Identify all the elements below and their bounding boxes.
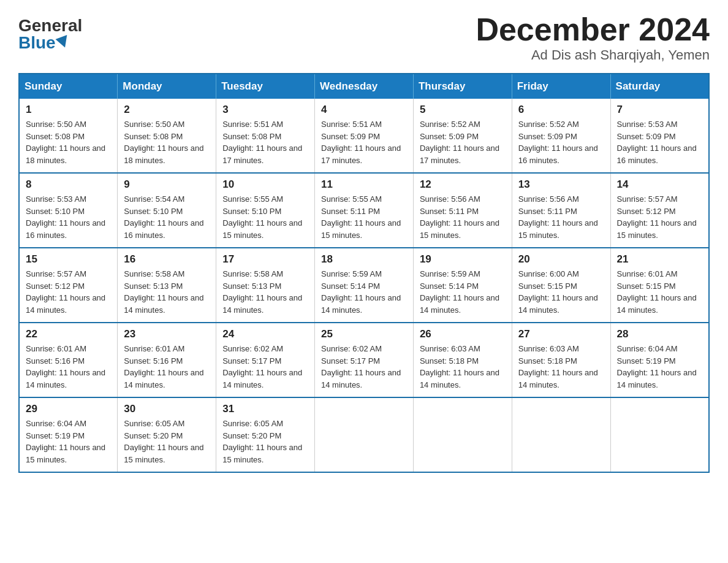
day-number: 25	[321, 328, 407, 340]
calendar-day-cell: 27 Sunrise: 6:03 AM Sunset: 5:18 PM Dayl…	[512, 323, 610, 397]
sunrise-label: Sunrise: 6:05 AM	[124, 419, 184, 428]
day-number: 13	[518, 178, 604, 191]
day-number: 11	[321, 178, 407, 191]
sunset-label: Sunset: 5:08 PM	[124, 132, 183, 141]
day-info: Sunrise: 5:56 AM Sunset: 5:11 PM Dayligh…	[420, 193, 506, 241]
calendar-day-cell: 30 Sunrise: 6:05 AM Sunset: 5:20 PM Dayl…	[118, 397, 216, 472]
sunset-label: Sunset: 5:16 PM	[124, 356, 183, 366]
col-header-sunday: Sunday	[19, 74, 118, 99]
daylight-label: Daylight: 11 hours and 14 minutes.	[321, 368, 401, 389]
day-info: Sunrise: 6:03 AM Sunset: 5:18 PM Dayligh…	[420, 343, 506, 391]
calendar-week-row: 1 Sunrise: 5:50 AM Sunset: 5:08 PM Dayli…	[19, 99, 709, 173]
day-info: Sunrise: 6:05 AM Sunset: 5:20 PM Dayligh…	[124, 418, 210, 465]
calendar-day-cell: 3 Sunrise: 5:51 AM Sunset: 5:08 PM Dayli…	[216, 99, 315, 173]
daylight-label: Daylight: 11 hours and 14 minutes.	[124, 368, 203, 389]
daylight-label: Daylight: 11 hours and 15 minutes.	[222, 443, 302, 464]
calendar-day-cell: 14 Sunrise: 5:57 AM Sunset: 5:12 PM Dayl…	[610, 173, 709, 248]
daylight-label: Daylight: 11 hours and 16 minutes.	[26, 218, 105, 240]
calendar-day-cell: 20 Sunrise: 6:00 AM Sunset: 5:15 PM Dayl…	[512, 248, 610, 323]
sunset-label: Sunset: 5:13 PM	[124, 282, 183, 291]
day-info: Sunrise: 5:57 AM Sunset: 5:12 PM Dayligh…	[617, 193, 702, 241]
day-number: 18	[321, 253, 407, 266]
day-info: Sunrise: 6:00 AM Sunset: 5:15 PM Dayligh…	[518, 268, 604, 316]
day-number: 28	[617, 328, 702, 340]
daylight-label: Daylight: 11 hours and 14 minutes.	[617, 293, 697, 315]
calendar-day-cell: 24 Sunrise: 6:02 AM Sunset: 5:17 PM Dayl…	[216, 323, 315, 397]
calendar-day-cell: 21 Sunrise: 6:01 AM Sunset: 5:15 PM Dayl…	[610, 248, 709, 323]
calendar-day-cell: 9 Sunrise: 5:54 AM Sunset: 5:10 PM Dayli…	[118, 173, 216, 248]
sunrise-label: Sunrise: 5:55 AM	[222, 194, 283, 204]
calendar-table: Sunday Monday Tuesday Wednesday Thursday…	[18, 73, 710, 473]
daylight-label: Daylight: 11 hours and 15 minutes.	[420, 218, 499, 240]
day-info: Sunrise: 6:01 AM Sunset: 5:16 PM Dayligh…	[124, 343, 210, 391]
sunset-label: Sunset: 5:08 PM	[26, 132, 85, 141]
sunrise-label: Sunrise: 5:50 AM	[124, 120, 184, 129]
day-info: Sunrise: 5:53 AM Sunset: 5:09 PM Dayligh…	[617, 118, 702, 166]
calendar-day-cell: 15 Sunrise: 5:57 AM Sunset: 5:12 PM Dayl…	[19, 248, 118, 323]
sunrise-label: Sunrise: 5:53 AM	[617, 120, 678, 129]
sunrise-label: Sunrise: 5:51 AM	[222, 120, 283, 129]
sunrise-label: Sunrise: 6:01 AM	[124, 344, 184, 353]
sunrise-label: Sunrise: 6:02 AM	[222, 344, 283, 353]
col-header-tuesday: Tuesday	[216, 74, 315, 99]
sunrise-label: Sunrise: 6:04 AM	[617, 344, 678, 353]
day-number: 2	[124, 104, 210, 116]
sunset-label: Sunset: 5:09 PM	[518, 132, 577, 141]
day-info: Sunrise: 5:51 AM Sunset: 5:08 PM Dayligh…	[222, 118, 308, 166]
calendar-day-cell: 13 Sunrise: 5:56 AM Sunset: 5:11 PM Dayl…	[512, 173, 610, 248]
sunrise-label: Sunrise: 6:02 AM	[321, 344, 382, 353]
sunrise-label: Sunrise: 5:58 AM	[222, 269, 283, 278]
daylight-label: Daylight: 11 hours and 15 minutes.	[222, 218, 302, 240]
calendar-header: Sunday Monday Tuesday Wednesday Thursday…	[19, 74, 709, 99]
day-info: Sunrise: 6:04 AM Sunset: 5:19 PM Dayligh…	[617, 343, 702, 391]
sunrise-label: Sunrise: 6:01 AM	[617, 269, 678, 278]
calendar-day-cell: 10 Sunrise: 5:55 AM Sunset: 5:10 PM Dayl…	[216, 173, 315, 248]
sunrise-label: Sunrise: 5:52 AM	[518, 120, 579, 129]
daylight-label: Daylight: 11 hours and 14 minutes.	[222, 293, 302, 315]
calendar-day-cell: 18 Sunrise: 5:59 AM Sunset: 5:14 PM Dayl…	[315, 248, 414, 323]
day-info: Sunrise: 6:01 AM Sunset: 5:15 PM Dayligh…	[617, 268, 702, 316]
sunset-label: Sunset: 5:10 PM	[26, 207, 85, 216]
title-block: December 2024 Ad Dis ash Sharqiyah, Yeme…	[476, 12, 710, 63]
calendar-day-cell: 19 Sunrise: 5:59 AM Sunset: 5:14 PM Dayl…	[413, 248, 512, 323]
calendar-day-cell: 26 Sunrise: 6:03 AM Sunset: 5:18 PM Dayl…	[413, 323, 512, 397]
daylight-label: Daylight: 11 hours and 14 minutes.	[617, 368, 697, 389]
calendar-body: 1 Sunrise: 5:50 AM Sunset: 5:08 PM Dayli…	[19, 99, 709, 472]
sunrise-label: Sunrise: 5:57 AM	[617, 194, 678, 204]
sunrise-label: Sunrise: 5:50 AM	[26, 120, 86, 129]
calendar-day-cell: 22 Sunrise: 6:01 AM Sunset: 5:16 PM Dayl…	[19, 323, 118, 397]
sunrise-label: Sunrise: 5:54 AM	[124, 194, 184, 204]
day-number: 4	[321, 104, 407, 116]
sunset-label: Sunset: 5:10 PM	[124, 207, 183, 216]
day-number: 10	[222, 178, 308, 191]
sunset-label: Sunset: 5:17 PM	[222, 356, 281, 366]
calendar-week-row: 29 Sunrise: 6:04 AM Sunset: 5:19 PM Dayl…	[19, 397, 709, 472]
sunset-label: Sunset: 5:14 PM	[321, 282, 380, 291]
calendar-week-row: 8 Sunrise: 5:53 AM Sunset: 5:10 PM Dayli…	[19, 173, 709, 248]
day-info: Sunrise: 5:55 AM Sunset: 5:10 PM Dayligh…	[222, 193, 308, 241]
calendar-day-cell: 12 Sunrise: 5:56 AM Sunset: 5:11 PM Dayl…	[413, 173, 512, 248]
sunset-label: Sunset: 5:15 PM	[617, 282, 676, 291]
sunrise-label: Sunrise: 5:53 AM	[26, 194, 86, 204]
col-header-thursday: Thursday	[413, 74, 512, 99]
page-header: General Blue December 2024 Ad Dis ash Sh…	[18, 12, 710, 63]
day-info: Sunrise: 6:02 AM Sunset: 5:17 PM Dayligh…	[222, 343, 308, 391]
day-info: Sunrise: 5:52 AM Sunset: 5:09 PM Dayligh…	[420, 118, 506, 166]
sunset-label: Sunset: 5:20 PM	[124, 431, 183, 440]
calendar-day-cell: 1 Sunrise: 5:50 AM Sunset: 5:08 PM Dayli…	[19, 99, 118, 173]
col-header-saturday: Saturday	[610, 74, 709, 99]
calendar-day-cell: 11 Sunrise: 5:55 AM Sunset: 5:11 PM Dayl…	[315, 173, 414, 248]
daylight-label: Daylight: 11 hours and 14 minutes.	[420, 368, 499, 389]
day-info: Sunrise: 5:51 AM Sunset: 5:09 PM Dayligh…	[321, 118, 407, 166]
calendar-day-cell	[610, 397, 709, 472]
day-info: Sunrise: 6:03 AM Sunset: 5:18 PM Dayligh…	[518, 343, 604, 391]
daylight-label: Daylight: 11 hours and 14 minutes.	[321, 293, 401, 315]
day-info: Sunrise: 5:50 AM Sunset: 5:08 PM Dayligh…	[26, 118, 111, 166]
sunrise-label: Sunrise: 5:59 AM	[321, 269, 382, 278]
day-info: Sunrise: 5:58 AM Sunset: 5:13 PM Dayligh…	[222, 268, 308, 316]
daylight-label: Daylight: 11 hours and 15 minutes.	[321, 218, 401, 240]
sunrise-label: Sunrise: 5:55 AM	[321, 194, 382, 204]
day-info: Sunrise: 5:59 AM Sunset: 5:14 PM Dayligh…	[321, 268, 407, 316]
daylight-label: Daylight: 11 hours and 18 minutes.	[26, 144, 105, 165]
sunset-label: Sunset: 5:11 PM	[518, 207, 577, 216]
